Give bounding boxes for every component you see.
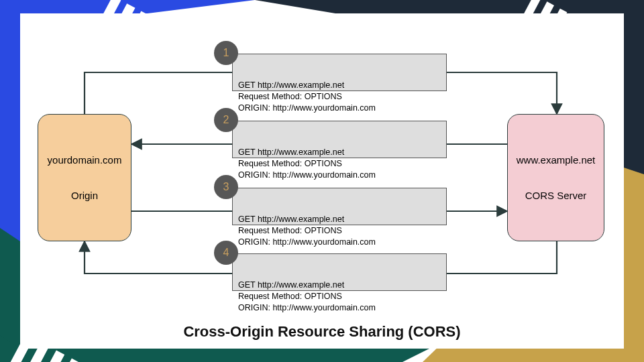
message-text-1: GET http://www.example.net Request Metho… [238, 80, 376, 113]
message-box-3: 3 GET http://www.example.net Request Met… [232, 188, 447, 225]
origin-role: Origin [71, 187, 98, 204]
message-text-2: GET http://www.example.net Request Metho… [238, 147, 376, 180]
cors-server-node: www.example.net CORS Server [507, 114, 604, 241]
server-role: CORS Server [525, 187, 587, 204]
message-text-4: GET http://www.example.net Request Metho… [238, 280, 376, 312]
step-badge-4: 4 [214, 241, 238, 265]
server-domain: www.example.net [517, 152, 596, 169]
message-box-2: 2 GET http://www.example.net Request Met… [232, 121, 447, 158]
message-box-1: 1 GET http://www.example.net Request Met… [232, 54, 447, 91]
diagram-canvas: yourdomain.com Origin www.example.net CO… [20, 13, 624, 349]
step-badge-3: 3 [214, 175, 238, 199]
origin-domain: yourdomain.com [48, 152, 122, 169]
step-badge-2: 2 [214, 108, 238, 132]
message-box-4: 4 GET http://www.example.net Request Met… [232, 253, 447, 291]
step-badge-1: 1 [214, 41, 238, 65]
diagram-title: Cross-Origin Resource Sharing (CORS) [20, 323, 624, 341]
origin-node: yourdomain.com Origin [38, 114, 131, 241]
message-text-3: GET http://www.example.net Request Metho… [238, 215, 376, 247]
